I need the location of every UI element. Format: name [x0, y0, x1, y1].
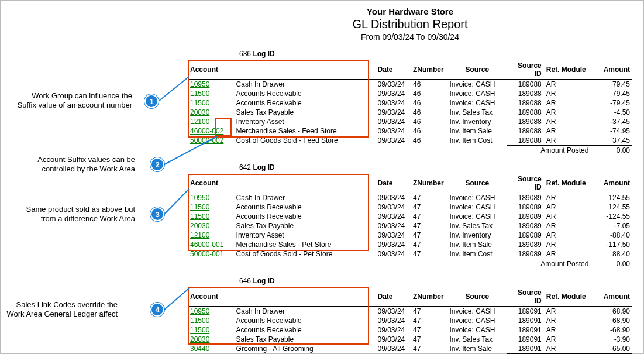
cell-sid: 189089: [507, 193, 543, 203]
cell-source: Inv. Item Sale: [447, 240, 507, 249]
cell-source: Inv. Sales Tax: [447, 335, 507, 344]
cell-z: 47: [411, 221, 447, 231]
cell-sid: 189088: [507, 117, 543, 126]
account-link[interactable]: 46000-002: [190, 127, 223, 135]
account-link[interactable]: 12100: [190, 231, 209, 239]
account-link[interactable]: 46000-001: [190, 240, 223, 249]
cell-amt: -7.05: [591, 221, 632, 231]
account-link[interactable]: 11500: [190, 90, 209, 98]
gl-table: AccountDateZNumberSourceSource IDRef. Mo…: [188, 174, 632, 269]
table-row: 12100Inventory Asset09/03/2446Inv. Inven…: [188, 117, 632, 126]
log-section: 642 Log IDAccountDateZNumberSourceSource…: [188, 163, 632, 269]
table-row: 10950Cash In Drawer09/03/2446Invoice: CA…: [188, 80, 632, 90]
cell-date: 09/03/24: [376, 249, 411, 259]
table-row: 11500Accounts Receivable09/03/2446Invoic…: [188, 98, 632, 108]
table-row: 10950Cash In Drawer09/03/2447Invoice: CA…: [188, 307, 632, 317]
cell-ref: AR: [544, 98, 591, 108]
amount-posted-row: Amount Posted0.00: [188, 146, 632, 156]
log-id-header: 642 Log ID: [239, 163, 632, 171]
col-header: Source: [447, 174, 507, 193]
col-header: Date: [376, 287, 411, 307]
table-row: 46000-001Merchandise Sales - Pet Store09…: [188, 240, 632, 249]
cell-desc: Cash In Drawer: [234, 307, 376, 317]
cell-amt: -3.90: [591, 335, 632, 344]
col-header: [234, 60, 376, 80]
col-header: Source ID: [507, 174, 543, 193]
cell-amt: 68.90: [591, 316, 632, 325]
report-body: Your Hardware Store GL Distribution Repo…: [188, 6, 632, 354]
cell-amt: 124.55: [591, 202, 632, 212]
table-row: 50000-002Cost of Goods Sold - Feed Store…: [188, 136, 632, 146]
account-link[interactable]: 10950: [190, 80, 209, 88]
cell-ref: AR: [544, 231, 591, 240]
cell-z: 46: [411, 89, 447, 98]
callout-2-badge: 2: [150, 157, 164, 171]
cell-sid: 189088: [507, 126, 543, 136]
account-link[interactable]: 20030: [190, 335, 209, 343]
report-title: GL Distribution Report: [188, 18, 632, 31]
log-id-header: 636 Log ID: [239, 50, 632, 58]
cell-ref: AR: [544, 221, 591, 231]
cell-amt: -117.50: [591, 240, 632, 249]
cell-sid: 189088: [507, 98, 543, 108]
cell-sid: 189089: [507, 240, 543, 249]
col-header: Source ID: [507, 287, 543, 307]
account-link[interactable]: 20030: [190, 222, 209, 230]
callout-3-badge: 3: [150, 207, 164, 221]
cell-ref: AR: [544, 316, 591, 325]
account-link[interactable]: 11500: [190, 317, 209, 325]
account-link[interactable]: 11500: [190, 212, 209, 221]
cell-sid: 189089: [507, 231, 543, 240]
cell-z: 47: [411, 307, 447, 317]
account-link[interactable]: 11500: [190, 99, 209, 107]
cell-sid: 189089: [507, 212, 543, 221]
account-link[interactable]: 10950: [190, 194, 209, 202]
log-id-header: 646 Log ID: [239, 277, 632, 285]
account-link[interactable]: 50000-002: [190, 136, 223, 145]
cell-sid: 189088: [507, 108, 543, 117]
cell-desc: Cash In Drawer: [234, 80, 376, 90]
table-wrap: AccountDateZNumberSourceSource IDRef. Mo…: [188, 287, 632, 354]
cell-ref: AR: [544, 136, 591, 146]
report-range: From 09/03/24 To 09/30/24: [188, 32, 632, 42]
col-header: Date: [376, 174, 411, 193]
col-header: Account: [188, 287, 234, 307]
cell-desc: Accounts Receivable: [234, 98, 376, 108]
col-header: Ref. Module: [544, 287, 591, 307]
cell-date: 09/03/24: [376, 344, 411, 354]
account-link[interactable]: 12100: [190, 118, 209, 126]
table-row: 11500Accounts Receivable09/03/2447Invoic…: [188, 316, 632, 325]
cell-ref: AR: [544, 202, 591, 212]
cell-desc: Cost of Goods Sold - Pet Store: [234, 249, 376, 259]
callout-1-badge: 1: [144, 94, 159, 108]
col-header: ZNumber: [411, 60, 447, 80]
col-header: Ref. Module: [544, 174, 591, 193]
cell-z: 46: [411, 108, 447, 117]
col-header: ZNumber: [411, 174, 447, 193]
cell-source: Inv. Sales Tax: [447, 108, 507, 117]
cell-z: 47: [411, 231, 447, 240]
table-row: 20030Sales Tax Payable09/03/2446Inv. Sal…: [188, 108, 632, 117]
cell-source: Inv. Inventory: [447, 231, 507, 240]
cell-desc: Accounts Receivable: [234, 89, 376, 98]
account-link[interactable]: 50000-001: [190, 250, 223, 258]
account-link[interactable]: 30440: [190, 345, 209, 353]
table-row: 11500Accounts Receivable09/03/2447Invoic…: [188, 212, 632, 221]
cell-ref: AR: [544, 212, 591, 221]
cell-desc: Sales Tax Payable: [234, 221, 376, 231]
report-page: Your Hardware Store GL Distribution Repo…: [0, 0, 644, 354]
table-row: 30440Grooming - All Grooming09/03/2447In…: [188, 344, 632, 354]
account-link[interactable]: 20030: [190, 108, 209, 116]
cell-ref: AR: [544, 335, 591, 344]
callout-2-text: Account Suffix values can be controlled …: [18, 155, 135, 174]
col-header: Amount: [591, 60, 632, 80]
cell-desc: Merchandise Sales - Pet Store: [234, 240, 376, 249]
cell-amt: -4.50: [591, 108, 632, 117]
cell-source: Inv. Sales Tax: [447, 221, 507, 231]
cell-z: 47: [411, 249, 447, 259]
account-link[interactable]: 11500: [190, 326, 209, 334]
cell-desc: Accounts Receivable: [234, 325, 376, 335]
account-link[interactable]: 10950: [190, 307, 209, 315]
cell-desc: Cash In Drawer: [234, 193, 376, 203]
account-link[interactable]: 11500: [190, 203, 209, 211]
